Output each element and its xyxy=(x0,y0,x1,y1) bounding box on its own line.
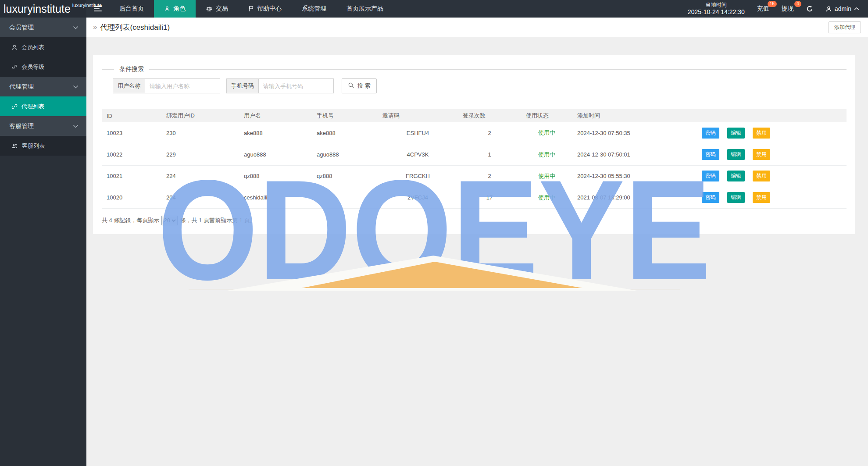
cell-added_time: 2021-08-07 13:29:00 xyxy=(572,187,702,208)
refresh-button[interactable] xyxy=(806,5,813,12)
phone-input[interactable] xyxy=(258,78,334,93)
add-agent-button[interactable]: 添加代理 xyxy=(829,21,861,33)
cell-login_count: 17 xyxy=(458,187,521,208)
username-field-label: 用户名称 xyxy=(113,78,145,93)
edit-button[interactable]: 编辑 xyxy=(727,149,745,160)
username-input[interactable] xyxy=(145,78,220,93)
logo-text: luxuryinstitute xyxy=(4,3,71,15)
pagination-suffix: 條，共 1 頁當前顯示第 1 頁。 xyxy=(180,217,255,224)
nav-item-label: 交易 xyxy=(216,5,228,13)
cell-phone xyxy=(312,187,378,208)
cell-phone: ake888 xyxy=(312,122,378,144)
disable-button[interactable]: 禁用 xyxy=(753,149,770,160)
agents-table: ID绑定用户ID用户名手机号邀请码登录次数使用状态添加时间 10023230ak… xyxy=(102,109,847,209)
top-menu: 后台首页角色交易帮助中心系统管理首页展示产品 xyxy=(109,0,393,18)
pagination-prefix: 共 4 條記錄，每頁顯示 xyxy=(102,217,159,224)
refresh-icon xyxy=(806,5,813,12)
status-badge: 使用中 xyxy=(538,194,555,201)
row-actions: 密码编辑禁用 xyxy=(702,122,847,144)
search-button-label: 搜 索 xyxy=(357,82,371,90)
nav-item-3[interactable]: 交易 xyxy=(196,0,238,18)
page-size-select[interactable]: 20 xyxy=(161,216,178,225)
cell-bind_user_id: 229 xyxy=(161,144,239,165)
sidebar-group-1[interactable]: 会员管理 xyxy=(0,18,86,37)
user-menu[interactable]: admin xyxy=(825,5,859,12)
local-time-value: 2025-10-24 14:22:30 xyxy=(688,8,745,16)
column-header: 使用状态 xyxy=(521,109,572,122)
sidebar-group-6[interactable]: 客服管理 xyxy=(0,116,86,136)
pagination: 共 4 條記錄，每頁顯示 20 條，共 1 頁當前顯示第 1 頁。 xyxy=(102,216,847,225)
cell-status: 使用中 xyxy=(521,122,572,144)
sidebar-item-2[interactable]: 会员列表 xyxy=(0,37,86,57)
sidebar-item-5[interactable]: 代理列表 xyxy=(0,96,86,116)
sidebar-label: 会员管理 xyxy=(9,24,34,32)
column-header: ID xyxy=(102,109,161,122)
sidebar-item-7[interactable]: 客服列表 xyxy=(0,136,86,156)
nav-item-6[interactable]: 首页展示产品 xyxy=(336,0,393,18)
flag-icon xyxy=(248,6,254,12)
sidebar-item-3[interactable]: 会员等级 xyxy=(0,57,86,77)
scales-icon xyxy=(206,6,213,12)
column-header: 登录次数 xyxy=(458,109,521,122)
column-header xyxy=(702,109,847,122)
nav-item-5[interactable]: 系统管理 xyxy=(292,0,336,18)
phone-field-group: 手机号码 xyxy=(226,78,334,93)
recharge-badge: 16 xyxy=(768,1,777,7)
person-icon xyxy=(164,6,170,12)
withdraw-badge: 4 xyxy=(794,1,801,7)
cell-id: 10022 xyxy=(102,144,161,165)
column-header: 邀请码 xyxy=(378,109,458,122)
chevron-up-icon xyxy=(854,7,859,11)
edit-button[interactable]: 编辑 xyxy=(727,128,745,139)
cell-added_time: 2024-12-30 07:50:01 xyxy=(572,144,702,165)
cell-login_count: 1 xyxy=(458,144,521,165)
nav-item-1[interactable]: 后台首页 xyxy=(109,0,154,18)
status-badge: 使用中 xyxy=(538,151,555,158)
cell-username: qz888 xyxy=(239,165,312,187)
user-icon xyxy=(825,6,832,12)
top-navbar: luxuryinstitute luxuryinstitute 后台首页角色交易… xyxy=(0,0,868,18)
search-icon xyxy=(348,82,354,90)
password-button[interactable]: 密码 xyxy=(702,192,719,203)
column-header: 手机号 xyxy=(312,109,378,122)
password-button[interactable]: 密码 xyxy=(702,149,719,160)
sidebar-label: 代理管理 xyxy=(9,83,34,91)
cell-invite_code: 4CPV3K xyxy=(378,144,458,165)
password-button[interactable]: 密码 xyxy=(702,171,719,181)
disable-button[interactable]: 禁用 xyxy=(753,128,770,139)
search-row: 用户名称手机号码搜 索 xyxy=(102,78,847,93)
navbar-right: 当地时间 2025-10-24 14:22:30 充值 16 提现 4 admi… xyxy=(688,0,868,18)
column-header: 用户名 xyxy=(239,109,312,122)
edit-button[interactable]: 编辑 xyxy=(727,192,745,203)
cell-phone: aguo888 xyxy=(312,144,378,165)
person-icon xyxy=(11,44,18,50)
edit-button[interactable]: 编辑 xyxy=(727,171,745,181)
sidebar-label: 客服列表 xyxy=(22,142,45,150)
nav-item-2[interactable]: 角色 xyxy=(154,0,196,18)
sidebar-label: 会员列表 xyxy=(21,43,44,51)
cell-invite_code: 2VFCJ4 xyxy=(378,187,458,208)
table-row: 10020204ceshidaili2VFCJ417使用中2021-08-07 … xyxy=(102,187,847,208)
sidebar-group-4[interactable]: 代理管理 xyxy=(0,77,86,96)
disable-button[interactable]: 禁用 xyxy=(753,192,770,203)
nav-item-label: 首页展示产品 xyxy=(346,5,383,13)
cell-username: ake888 xyxy=(239,122,312,144)
sidebar-label: 客服管理 xyxy=(9,122,34,130)
withdraw-link[interactable]: 提现 4 xyxy=(782,5,794,13)
sidebar-label: 代理列表 xyxy=(21,103,44,110)
row-actions: 密码编辑禁用 xyxy=(702,187,847,208)
cell-username: aguo888 xyxy=(239,144,312,165)
cell-invite_code: FRGCKH xyxy=(378,165,458,187)
cell-bind_user_id: 204 xyxy=(161,187,239,208)
password-button[interactable]: 密码 xyxy=(702,128,719,139)
disable-button[interactable]: 禁用 xyxy=(753,171,770,181)
sidebar-label: 会员等级 xyxy=(21,63,44,71)
cell-added_time: 2024-12-30 07:50:35 xyxy=(572,122,702,144)
recharge-link[interactable]: 充值 16 xyxy=(757,5,769,13)
username-field-group: 用户名称 xyxy=(113,78,220,93)
status-badge: 使用中 xyxy=(538,173,555,179)
nav-item-label: 系统管理 xyxy=(302,5,326,13)
nav-item-4[interactable]: 帮助中心 xyxy=(238,0,292,18)
chevron-down-icon xyxy=(73,125,79,128)
search-button[interactable]: 搜 索 xyxy=(342,78,377,93)
